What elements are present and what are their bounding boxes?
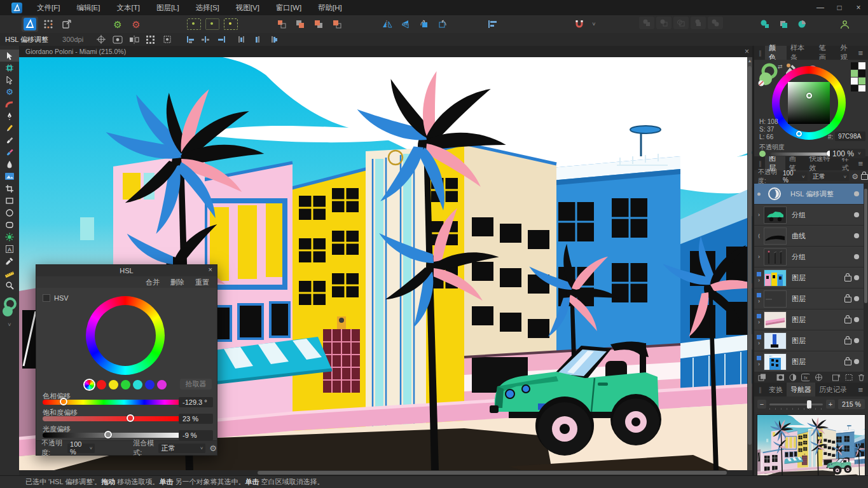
layer-row-blue-building[interactable]: › 图层 bbox=[754, 351, 868, 372]
alignment-icon[interactable] bbox=[485, 17, 501, 32]
app-logo-icon[interactable] bbox=[11, 3, 22, 13]
corner-tool[interactable] bbox=[0, 98, 19, 110]
hue-wheel[interactable] bbox=[86, 296, 165, 375]
visibility-dot[interactable] bbox=[854, 254, 859, 259]
layer-row-pole[interactable]: › 图层 bbox=[754, 330, 868, 351]
ellipse-tool[interactable] bbox=[0, 207, 19, 219]
adjustment-layer-icon[interactable] bbox=[789, 374, 796, 381]
tab-quick-fx[interactable]: 快速特效 bbox=[805, 156, 837, 170]
navigator-panel-menu-icon[interactable]: ≡ bbox=[858, 385, 868, 395]
layers-lock-icon[interactable] bbox=[861, 174, 868, 180]
lock-icon[interactable] bbox=[844, 318, 851, 323]
saturation-shift-slider[interactable] bbox=[43, 416, 185, 421]
pixel-persona-button[interactable] bbox=[40, 17, 57, 32]
distribute-icon[interactable] bbox=[268, 34, 280, 44]
pencil-tool[interactable] bbox=[0, 122, 19, 134]
layer-row-backdrop[interactable]: › 图层 bbox=[754, 288, 868, 309]
expand-chevron-icon[interactable]: › bbox=[758, 298, 760, 304]
auto-gear-icon[interactable]: ⚙ bbox=[109, 17, 126, 32]
layers-scrollbar[interactable] bbox=[864, 184, 868, 372]
swatch-checker[interactable] bbox=[851, 62, 866, 92]
cycle-selection-icon[interactable] bbox=[95, 34, 107, 44]
visibility-dot[interactable] bbox=[854, 296, 859, 301]
lock-icon[interactable] bbox=[844, 276, 851, 281]
arrange-front-icon[interactable] bbox=[329, 17, 345, 32]
snap-bounds-icon[interactable] bbox=[186, 17, 202, 32]
green-channel-dot[interactable] bbox=[121, 380, 130, 390]
master-channel-dot[interactable] bbox=[85, 380, 94, 390]
layers-scroll-thumb[interactable] bbox=[864, 189, 867, 303]
zoom-tool[interactable] bbox=[0, 279, 19, 291]
document-tab-title[interactable]: Giordano Poloni - Miami (215.0%) bbox=[25, 48, 126, 55]
cyan-channel-dot[interactable] bbox=[133, 380, 142, 390]
menu-select[interactable]: 选择[S] bbox=[188, 0, 228, 15]
delete-layer-icon[interactable] bbox=[858, 374, 864, 381]
zoom-in-button[interactable]: + bbox=[826, 400, 835, 409]
snapping-dropdown-caret[interactable]: ˅ bbox=[589, 17, 598, 32]
enable-transform-origin-icon[interactable] bbox=[161, 34, 174, 44]
rotate-cw-icon[interactable] bbox=[434, 17, 451, 32]
menu-layer[interactable]: 图层[L] bbox=[148, 0, 188, 15]
star-shape-tool[interactable] bbox=[0, 231, 19, 243]
new-layer-icon[interactable] bbox=[832, 374, 840, 381]
hsl-dialog-titlebar[interactable]: HSL × bbox=[36, 265, 217, 276]
color-opacity-combo[interactable]: 100 %˅ bbox=[830, 149, 865, 158]
visibility-dot[interactable] bbox=[854, 191, 859, 196]
dialog-gear-icon[interactable]: ⚙ bbox=[209, 444, 217, 453]
lock-icon[interactable] bbox=[844, 360, 851, 365]
tab-transform[interactable]: 变换 bbox=[765, 383, 787, 396]
insert-top-icon[interactable] bbox=[794, 17, 810, 32]
expand-chevron-icon[interactable]: › bbox=[758, 277, 760, 283]
saturation-shift-thumb[interactable] bbox=[127, 414, 134, 422]
layers-blend-combo[interactable]: 正常˅ bbox=[810, 172, 850, 181]
layers-panel-menu-icon[interactable]: ≡ bbox=[858, 159, 868, 168]
lock-icon[interactable] bbox=[844, 339, 851, 344]
crop-tool[interactable] bbox=[0, 182, 19, 194]
rotate-ccw-icon[interactable] bbox=[416, 17, 432, 32]
layer-row-hsl-adjustment[interactable]: HSL 偏移调整 bbox=[754, 184, 868, 205]
close-button[interactable]: × bbox=[849, 0, 868, 15]
panel-grip[interactable]: ∥ bbox=[754, 160, 765, 167]
layer-effects-icon[interactable]: fx bbox=[801, 374, 809, 381]
tab-color[interactable]: 颜色 bbox=[765, 46, 787, 60]
show-alignment-handles-icon[interactable] bbox=[144, 34, 157, 44]
space-h-icon[interactable] bbox=[235, 34, 247, 44]
account-person-icon[interactable] bbox=[836, 17, 853, 32]
edit-all-layers-icon[interactable] bbox=[111, 34, 124, 44]
menu-help[interactable]: 帮助[H] bbox=[310, 0, 350, 15]
reset-button[interactable]: 重置 bbox=[195, 278, 209, 287]
visibility-dot[interactable] bbox=[854, 275, 859, 280]
menu-text[interactable]: 文本[T] bbox=[108, 0, 148, 15]
fill-tool[interactable] bbox=[0, 158, 19, 170]
expand-chevron-icon[interactable]: › bbox=[754, 212, 764, 218]
layer-row-curve[interactable]: ⟨ 曲线 bbox=[754, 226, 868, 247]
zoom-out-button[interactable]: − bbox=[757, 400, 766, 409]
hsl-dialog-close-icon[interactable]: × bbox=[209, 266, 212, 273]
insert-behind-icon[interactable] bbox=[775, 17, 792, 32]
color-panel-menu-icon[interactable]: ≡ bbox=[858, 48, 868, 58]
visibility-dot[interactable] bbox=[854, 338, 859, 343]
vscroll-thumb[interactable] bbox=[748, 66, 752, 445]
transform-mirror-icon[interactable] bbox=[128, 34, 141, 44]
tab-history[interactable]: 历史记录 bbox=[815, 383, 851, 396]
tab-stroke[interactable]: 笔画 bbox=[815, 46, 837, 60]
yellow-channel-dot[interactable] bbox=[109, 380, 118, 390]
vector-brush-tool[interactable] bbox=[0, 134, 19, 146]
fill-stroke-caret[interactable]: ˅ bbox=[0, 322, 19, 328]
panel-grip[interactable]: ∥ bbox=[754, 50, 765, 57]
luminosity-shift-value[interactable]: -9 % bbox=[179, 430, 213, 440]
visibility-dot[interactable] bbox=[854, 317, 859, 322]
align-center-icon[interactable] bbox=[199, 34, 212, 44]
navigator-preview[interactable] bbox=[757, 415, 865, 477]
menu-edit[interactable]: 编辑[E] bbox=[68, 0, 108, 15]
luminosity-shift-thumb[interactable] bbox=[104, 431, 112, 438]
lock-icon[interactable] bbox=[844, 297, 851, 302]
layer-row-group-palms[interactable]: › 分组 bbox=[754, 247, 868, 268]
hsv-checkbox[interactable]: HSV bbox=[43, 294, 69, 302]
panel-grip[interactable]: ∥ bbox=[754, 386, 765, 393]
red-channel-dot[interactable] bbox=[97, 380, 106, 390]
hue-shift-slider[interactable] bbox=[43, 400, 185, 405]
zoom-value-field[interactable]: 215 % bbox=[838, 399, 865, 409]
export-persona-button[interactable] bbox=[59, 17, 75, 32]
hex-value-field[interactable]: 97C98A bbox=[835, 132, 865, 141]
